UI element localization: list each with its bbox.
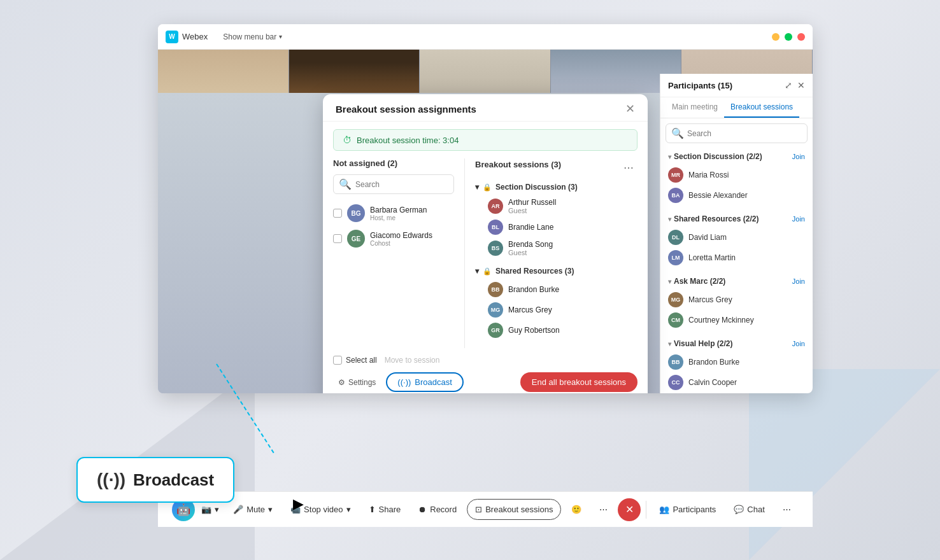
sessions-title: Breakout sessions (3) [475,160,561,169]
stop-video-button[interactable]: 📹 Stop video ▾ [283,500,358,519]
settings-button[interactable]: ⚙ Settings [333,374,381,391]
marcus-name: Marcus Grey [508,305,552,314]
maximize-button[interactable] [785,33,792,41]
emoji-icon: 🙂 [571,505,581,514]
chevron-down-icon: ▾ [668,153,671,160]
share-button[interactable]: ⬆ Share [361,500,409,519]
p-section-discussion-header[interactable]: ▾ Section Discussion (2/2) Join [666,148,808,165]
not-assigned-search[interactable]: 🔍 [333,174,454,194]
join-askmarc-button[interactable]: Join [792,277,805,285]
tab-breakout-sessions[interactable]: Breakout sessions [724,97,799,118]
collapse-shared-icon: ▾ [475,267,479,276]
breakout-sessions-button[interactable]: ⊡ Breakout sessions [467,499,561,520]
not-assigned-participant-2: GE Giacomo Edwards Cohost [333,226,454,251]
arthur-role: Guest [508,207,556,214]
p-section-discussion-title: ▾ Section Discussion (2/2) [668,152,762,161]
session-group-discussion-name: Section Discussion (3) [495,183,578,192]
p-section-shared-title: ▾ Shared Resources (2/2) [668,214,758,223]
participant-2-avatar: GE [347,230,365,248]
session-group-shared-header[interactable]: ▾ 🔒 Shared Resources (3) [475,267,637,276]
close-button[interactable] [797,33,805,41]
p-section-visualhelp-header[interactable]: ▾ Visual Help (2/2) Join [666,335,808,352]
footer-left: Select all Move to session [333,356,439,365]
show-menu-bar[interactable]: Show menu bar ▾ [223,32,282,41]
move-to-session: Move to session [385,356,440,365]
share-label: Share [379,505,401,514]
mute-chevron: ▾ [268,505,273,514]
more-right-button[interactable]: ⋯ [775,500,799,519]
camera-icon: 📷 [201,505,211,514]
participants-toolbar-icon: 👥 [659,505,669,514]
search-input[interactable] [355,180,448,189]
p-section-shared-header[interactable]: ▾ Shared Resources (2/2) Join [666,211,808,227]
toolbar-main-section: 🤖 📷 ▾ 🎤 Mute ▾ 📹 Stop video ▾ ⬆ Share ⏺ … [172,498,799,521]
participant-2-checkbox[interactable] [333,234,342,243]
p-search-input[interactable] [687,129,802,138]
chevron-down-shared-icon: ▾ [668,216,671,223]
join-visualhelp-button[interactable]: Join [792,340,805,347]
sessions-more-button[interactable]: ⋯ [620,158,637,176]
broadcast-button[interactable]: ((·)) Broadcast [386,372,463,392]
david-name: David Liam [688,233,727,242]
participant-1-checkbox[interactable] [333,209,342,218]
p-section-visualhelp-title: ▾ Visual Help (2/2) [668,339,732,348]
join-shared-button[interactable]: Join [792,215,805,223]
marcusgrey-p-name: Marcus Grey [688,295,732,304]
mute-label: Mute [246,505,265,514]
participants-list: ▾ Section Discussion (2/2) Join MR Maria… [660,148,813,393]
session-member-arthur: AR Arthur Russell Guest [475,195,637,217]
brandon-p-name: Brandon Burke [688,358,739,367]
minimize-button[interactable] [772,33,780,41]
session-group-discussion-header[interactable]: ▾ 🔒 Section Discussion (3) [475,183,637,192]
record-icon: ⏺ [418,505,427,514]
brenda-role: Guest [508,249,553,256]
p-section-askmarc-header[interactable]: ▾ Ask Marc (2/2) Join [666,273,808,290]
select-all-checkbox[interactable] [333,356,342,365]
p-member-courtney: CM Courtney Mckinney [666,310,808,330]
end-breakout-button[interactable]: End all breakout sessions [520,372,637,392]
chat-toolbar-button[interactable]: 💬 Chat [726,500,772,519]
brandie-avatar: BL [488,220,503,235]
more-options-button[interactable]: ⋯ [592,500,615,519]
p-member-brandon-p: BB Brandon Burke [666,352,808,372]
end-call-button[interactable]: ✕ [618,498,641,521]
lock-shared-icon: 🔒 [483,267,492,276]
end-call-icon: ✕ [625,503,634,515]
settings-label: Settings [348,378,376,387]
marcus-avatar: MG [488,302,503,318]
arthur-avatar: AR [488,199,503,214]
select-all[interactable]: Select all [333,356,377,365]
close-panel-icon[interactable]: ✕ [797,80,805,90]
participants-toolbar-button[interactable]: 👥 Participants [652,500,723,519]
p-member-maria: MR Maria Rossi [666,165,808,185]
tab-main-meeting[interactable]: Main meeting [666,97,724,118]
bessie-avatar: BA [668,188,683,203]
toolbar: 🤖 📷 ▾ 🎤 Mute ▾ 📹 Stop video ▾ ⬆ Share ⏺ … [158,491,813,527]
brenda-name: Brenda Song [508,240,553,249]
join-discussion-button[interactable]: Join [792,153,805,160]
panel-divider [464,158,465,348]
session-member-brandie: BL Brandie Lane [475,217,637,237]
left-actions: ⚙ Settings ((·)) Broadcast [333,372,464,392]
emoji-button[interactable]: 🙂 [564,500,589,519]
title-bar: W Webex Show menu bar ▾ [158,24,813,50]
dialog-actions: ⚙ Settings ((·)) Broadcast End all break… [323,365,648,392]
session-group-discussion: ▾ 🔒 Section Discussion (3) AR Arthur Rus… [475,183,637,259]
mute-button[interactable]: 🎤 Mute ▾ [225,500,280,519]
dialog-footer: Select all Move to session [323,348,648,365]
more-right-icon: ⋯ [783,505,791,514]
breakout-dialog: Breakout session assignments ✕ ⏱ Breakou… [323,94,648,393]
brandon-p-avatar: BB [668,354,683,370]
loretta-avatar: LM [668,250,683,265]
pop-out-icon[interactable]: ⤢ [785,80,792,90]
brenda-info: Brenda Song Guest [508,240,553,256]
participants-search[interactable]: 🔍 [666,123,808,143]
chevron-down-visualhelp-icon: ▾ [668,340,671,347]
maria-avatar: MR [668,167,683,183]
app-title: Webex [182,32,208,41]
dialog-body: Not assigned (2) 🔍 BG Barbara German Hos… [323,158,648,348]
participant-2-info: Giacomo Edwards Cohost [370,231,454,247]
dialog-close-button[interactable]: ✕ [625,103,635,115]
participants-panel: Participants (15) ⤢ ✕ Main meeting Break… [660,74,813,393]
record-button[interactable]: ⏺ Record [411,500,464,519]
